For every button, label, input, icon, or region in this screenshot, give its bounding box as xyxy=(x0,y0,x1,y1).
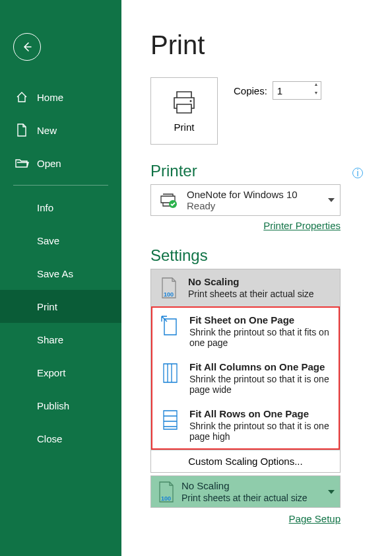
backstage-sidebar: Home New Open Info Save Save As Print Sh… xyxy=(0,0,121,556)
option-fit-rows[interactable]: Fit All Rows on One Page Shrink the prin… xyxy=(152,401,339,448)
page-title: Print xyxy=(150,30,370,60)
option-desc: Shrink the printout so that it fits on o… xyxy=(189,327,331,348)
nav-print[interactable]: Print xyxy=(0,290,121,323)
scaling-dropdown[interactable]: 100 No Scaling Print sheets at their act… xyxy=(150,475,341,508)
option-title: No Scaling xyxy=(188,276,314,287)
home-icon xyxy=(15,90,29,104)
nav-share[interactable]: Share xyxy=(0,323,121,356)
nav-save[interactable]: Save xyxy=(0,224,121,257)
copies-up[interactable]: ▲ xyxy=(311,82,321,90)
custom-scaling-button[interactable]: Custom Scaling Options... xyxy=(151,450,340,472)
option-desc: Shrink the printout so that it is one pa… xyxy=(189,421,331,442)
folder-open-icon xyxy=(15,156,29,170)
fit-columns-icon xyxy=(160,361,180,385)
print-button[interactable]: Print xyxy=(150,77,218,145)
nav-label: New xyxy=(37,125,57,136)
printer-status: Ready xyxy=(187,200,298,211)
back-button[interactable] xyxy=(13,33,41,61)
settings-section-title: Settings xyxy=(150,246,370,265)
svg-point-0 xyxy=(190,100,192,102)
option-fit-columns[interactable]: Fit All Columns on One Page Shrink the p… xyxy=(152,355,339,401)
svg-text:100: 100 xyxy=(164,291,174,298)
scaling-desc: Print sheets at their actual size xyxy=(181,493,308,503)
chevron-down-icon xyxy=(328,490,335,494)
printer-section-title: Printer xyxy=(150,162,370,180)
option-title: Fit All Columns on One Page xyxy=(189,361,331,372)
nav-close[interactable]: Close xyxy=(0,422,121,455)
page-100-icon: 100 xyxy=(159,276,179,300)
copies-label: Copies: xyxy=(234,85,267,96)
printer-properties-link[interactable]: Printer Properties xyxy=(263,220,341,231)
sidebar-divider xyxy=(13,185,108,186)
highlighted-options: Fit Sheet on One Page Shrink the printou… xyxy=(151,306,340,450)
option-no-scaling[interactable]: 100 No Scaling Print sheets at their act… xyxy=(151,269,340,306)
option-fit-sheet[interactable]: Fit Sheet on One Page Shrink the printou… xyxy=(152,308,339,355)
main-panel: Print Print Copies: ▲ ▼ i Printer xyxy=(121,0,392,556)
chevron-down-icon xyxy=(328,198,335,202)
printer-icon xyxy=(170,90,198,115)
option-desc: Shrink the printout so that it is one pa… xyxy=(189,374,331,395)
svg-text:100: 100 xyxy=(161,495,171,502)
copies-down[interactable]: ▼ xyxy=(311,90,321,99)
arrow-left-icon xyxy=(20,40,34,53)
fit-sheet-icon xyxy=(160,314,180,338)
nav-open[interactable]: Open xyxy=(0,147,121,180)
printer-dropdown[interactable]: OneNote for Windows 10 Ready xyxy=(150,184,341,216)
print-button-label: Print xyxy=(174,122,195,133)
nav-publish[interactable]: Publish xyxy=(0,389,121,422)
option-title: Fit Sheet on One Page xyxy=(189,314,331,326)
scaling-menu: 100 No Scaling Print sheets at their act… xyxy=(150,269,341,473)
printer-status-icon xyxy=(158,191,180,209)
document-icon xyxy=(15,123,29,137)
fit-rows-icon xyxy=(160,408,180,432)
option-desc: Print sheets at their actual size xyxy=(188,289,314,299)
page-100-icon: 100 xyxy=(158,481,175,503)
nav-saveas[interactable]: Save As xyxy=(0,257,121,290)
nav-label: Open xyxy=(37,158,61,169)
printer-info-icon[interactable]: i xyxy=(352,168,363,178)
nav-info[interactable]: Info xyxy=(0,191,121,224)
nav-label: Home xyxy=(37,92,63,103)
option-title: Fit All Rows on One Page xyxy=(189,408,331,419)
page-setup-link[interactable]: Page Setup xyxy=(289,513,341,524)
nav-home[interactable]: Home xyxy=(0,81,121,114)
nav-export[interactable]: Export xyxy=(0,356,121,389)
scaling-title: No Scaling xyxy=(181,480,308,491)
nav-new[interactable]: New xyxy=(0,114,121,147)
printer-name: OneNote for Windows 10 xyxy=(187,189,298,200)
